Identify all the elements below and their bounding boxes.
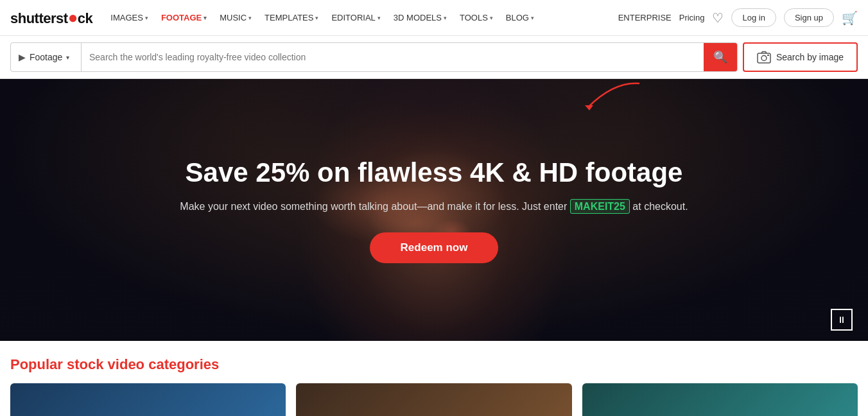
search-by-image-label: Search by image	[776, 52, 844, 62]
nav-item-music[interactable]: MUSIC ▾	[214, 9, 257, 26]
search-input[interactable]	[82, 43, 704, 71]
chevron-down-icon: ▾	[66, 54, 69, 61]
category-grid	[10, 383, 858, 416]
signup-button[interactable]: Sign up	[784, 8, 834, 27]
hero-promo-code: MAKEIT25	[570, 199, 630, 214]
category-card[interactable]	[296, 383, 571, 416]
chevron-down-icon: ▾	[444, 15, 447, 21]
nav-item-blog[interactable]: BLOG ▾	[501, 9, 539, 26]
camera-icon	[757, 51, 771, 64]
pause-icon: ⏸	[837, 315, 846, 325]
enterprise-link[interactable]: ENTERPRISE	[618, 13, 672, 22]
popular-section: Popular stock video categories	[0, 341, 868, 416]
popular-title: Popular stock video categories	[10, 356, 858, 373]
chevron-down-icon: ▾	[315, 15, 318, 21]
nav-item-footage[interactable]: FOOTAGE ▾	[156, 9, 212, 26]
search-type-dropdown[interactable]: ▶ Footage ▾	[11, 43, 82, 71]
login-button[interactable]: Log in	[731, 8, 776, 27]
hero-subtitle: Make your next video something worth tal…	[180, 199, 688, 214]
cart-icon[interactable]: 🛒	[842, 10, 858, 26]
search-by-image-button[interactable]: Search by image	[743, 42, 858, 72]
chevron-down-icon: ▾	[378, 15, 381, 21]
chevron-down-icon: ▾	[248, 15, 252, 21]
hero-content: Save 25% on flawless 4K & HD footage Mak…	[167, 157, 700, 263]
pricing-link[interactable]: Pricing	[679, 13, 705, 22]
logo-dot: ●	[68, 8, 78, 27]
chevron-down-icon: ▾	[490, 15, 493, 21]
search-section: ▶ Footage ▾ 🔍 Search by image	[0, 36, 868, 79]
hero-title: Save 25% on flawless 4K & HD footage	[180, 157, 688, 189]
search-type-label: Footage	[30, 52, 62, 62]
logo-text-before: shutterst	[10, 10, 68, 26]
search-button[interactable]: 🔍	[704, 43, 737, 71]
nav-item-3d-models[interactable]: 3D MODELS ▾	[388, 9, 452, 26]
logo[interactable]: shutterst●ck	[10, 8, 92, 28]
hero-subtitle-before: Make your next video something worth tal…	[180, 201, 569, 212]
redeem-button[interactable]: Redeem now	[370, 232, 499, 263]
nav-item-templates[interactable]: TEMPLATES ▾	[259, 9, 324, 26]
header-right: ENTERPRISE Pricing ♡ Log in Sign up 🛒	[618, 8, 858, 27]
pause-button[interactable]: ⏸	[831, 309, 853, 331]
svg-point-2	[761, 56, 767, 61]
search-input-container: ▶ Footage ▾ 🔍	[10, 42, 738, 72]
search-icon: 🔍	[713, 50, 727, 64]
nav-item-images[interactable]: IMAGES ▾	[105, 9, 153, 26]
category-card[interactable]	[10, 383, 286, 416]
chevron-down-icon: ▾	[145, 15, 148, 21]
heart-icon[interactable]: ♡	[712, 10, 724, 26]
nav-item-editorial[interactable]: EDITORIAL ▾	[326, 9, 385, 26]
nav-item-tools[interactable]: TOOLS ▾	[455, 9, 498, 26]
video-icon: ▶	[19, 52, 26, 62]
hero-section: Save 25% on flawless 4K & HD footage Mak…	[0, 79, 868, 341]
category-card[interactable]	[582, 383, 858, 416]
main-nav: IMAGES ▾ FOOTAGE ▾ MUSIC ▾ TEMPLATES ▾ E…	[105, 9, 618, 26]
chevron-down-icon: ▾	[531, 15, 534, 21]
header: shutterst●ck IMAGES ▾ FOOTAGE ▾ MUSIC ▾ …	[0, 0, 868, 36]
svg-rect-3	[767, 55, 769, 56]
logo-text-after: ck	[78, 10, 92, 26]
search-bar: ▶ Footage ▾ 🔍 Search by image	[0, 36, 868, 79]
chevron-down-icon: ▾	[204, 15, 207, 21]
hero-subtitle-after: at checkout.	[630, 201, 688, 212]
